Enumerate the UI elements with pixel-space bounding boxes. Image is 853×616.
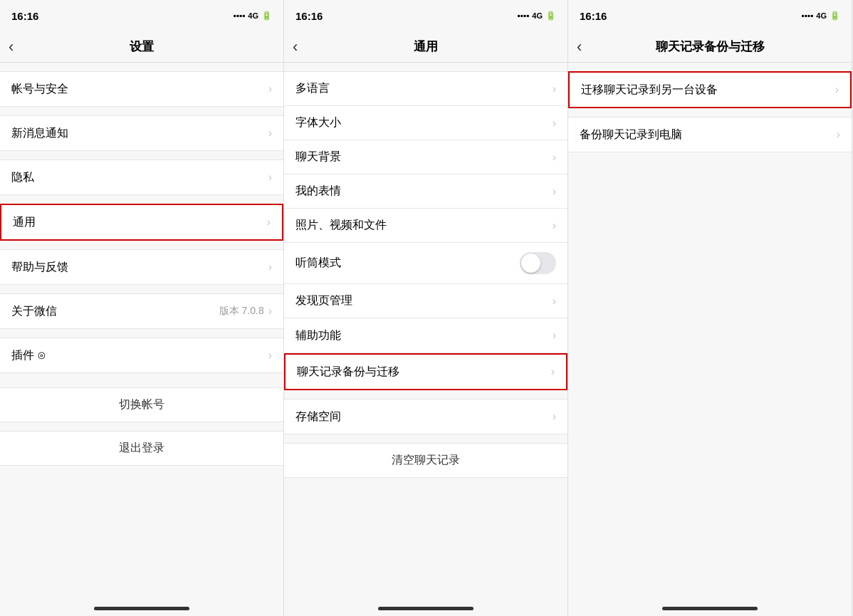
label-earpiece: 听筒模式 [295, 256, 341, 271]
list-item-notification[interactable]: 新消息通知 › [0, 116, 283, 150]
time-2: 16:16 [295, 10, 323, 22]
back-button-2[interactable]: ‹ [293, 38, 298, 56]
list-item-account[interactable]: 帐号与安全 › [0, 72, 283, 106]
chevron-chatbg: › [553, 151, 556, 164]
label-accessibility: 辅助功能 [295, 328, 341, 343]
logout-label: 退出登录 [119, 441, 164, 456]
nav-bar-3: ‹ 聊天记录备份与迁移 [568, 31, 852, 63]
label-chatbg: 聊天背景 [295, 150, 341, 165]
label-about: 关于微信 [11, 304, 57, 319]
list-item-help[interactable]: 帮助与反馈 › [0, 250, 283, 284]
status-bar-2: 16:16 ▪▪▪▪ 4G 🔋 [284, 0, 567, 31]
nav-title-1: 设置 [130, 38, 154, 55]
section-storage: 存储空间 › [284, 399, 567, 434]
chevron-help: › [268, 261, 272, 273]
status-icons-3: ▪▪▪▪ 4G 🔋 [801, 11, 840, 21]
label-help: 帮助与反馈 [11, 260, 68, 275]
panel-backup: 16:16 ▪▪▪▪ 4G 🔋 ‹ 聊天记录备份与迁移 迁移聊天记录到另一台设备… [568, 0, 852, 616]
nav-title-2: 通用 [414, 38, 438, 55]
label-account: 帐号与安全 [11, 82, 68, 97]
list-item-earpiece[interactable]: 听筒模式 [284, 243, 567, 284]
chevron-emoji: › [553, 185, 556, 198]
label-emoji: 我的表情 [295, 184, 341, 199]
list-item-language[interactable]: 多语言 › [284, 72, 567, 106]
label-migrate: 迁移聊天记录到另一台设备 [581, 83, 718, 98]
label-discover: 发现页管理 [295, 293, 352, 308]
section-privacy: 隐私 › [0, 160, 283, 195]
chevron-migrate: › [835, 83, 839, 96]
chevron-pc-backup: › [837, 128, 840, 141]
battery-icon-3: 🔋 [830, 11, 840, 21]
chevron-plugin: › [268, 349, 272, 362]
list-item-migrate[interactable]: 迁移聊天记录到另一台设备 › [570, 73, 850, 107]
list-item-storage[interactable]: 存储空间 › [284, 400, 567, 434]
general-list: 多语言 › 字体大小 › 聊天背景 › 我的表情 › 照片、视频和文件 › 听筒… [284, 71, 567, 353]
time-3: 16:16 [580, 10, 607, 22]
panel-general: 16:16 ▪▪▪▪ 4G 🔋 ‹ 通用 多语言 › 字体大小 › 聊天背景 ›… [284, 0, 568, 616]
home-indicator-2 [378, 607, 473, 610]
list-item-pc-backup[interactable]: 备份聊天记录到电脑 › [568, 118, 852, 152]
section-plugin: 插件 ⊙ › [0, 338, 283, 373]
chevron-language: › [553, 83, 556, 95]
time-1: 16:16 [11, 10, 38, 22]
status-bar-3: 16:16 ▪▪▪▪ 4G 🔋 [568, 0, 852, 31]
battery-icon-1: 🔋 [261, 11, 272, 21]
chevron-media: › [553, 219, 556, 232]
section-pc-backup: 备份聊天记录到电脑 › [568, 117, 852, 152]
list-item-privacy[interactable]: 隐私 › [0, 160, 283, 194]
network-icon-2: 4G [532, 11, 543, 20]
switch-account-label: 切换帐号 [119, 397, 164, 412]
label-language: 多语言 [295, 81, 330, 96]
chevron-about: › [268, 305, 272, 318]
clear-chat-label: 清空聊天记录 [392, 453, 460, 468]
signal-icon-1: ▪▪▪▪ [233, 11, 245, 21]
list-item-media[interactable]: 照片、视频和文件 › [284, 209, 567, 243]
chevron-storage: › [553, 410, 556, 423]
list-item-chatbg[interactable]: 聊天背景 › [284, 140, 567, 174]
chevron-fontsize: › [553, 117, 556, 130]
section-about: 关于微信 版本 7.0.8 › [0, 293, 283, 329]
clear-chat-item[interactable]: 清空聊天记录 [284, 443, 567, 478]
nav-bar-1: ‹ 设置 [0, 31, 283, 63]
label-media: 照片、视频和文件 [295, 218, 387, 233]
network-icon-1: 4G [248, 11, 258, 20]
label-privacy: 隐私 [11, 170, 34, 185]
nav-title-3: 聊天记录备份与迁移 [656, 38, 765, 55]
earpiece-toggle[interactable] [520, 252, 556, 274]
section-notification: 新消息通知 › [0, 115, 283, 151]
chevron-backup: › [551, 365, 555, 378]
section-backup-highlighted: 聊天记录备份与迁移 › [284, 353, 567, 390]
label-fontsize: 字体大小 [295, 115, 341, 130]
panel-settings: 16:16 ▪▪▪▪ 4G 🔋 ‹ 设置 帐号与安全 › 新消息通知 › 隐私 … [0, 0, 284, 616]
chevron-privacy: › [268, 171, 272, 184]
list-item-accessibility[interactable]: 辅助功能 › [284, 318, 567, 353]
label-notification: 新消息通知 [11, 126, 68, 141]
logout-item[interactable]: 退出登录 [0, 431, 283, 466]
toggle-knob [521, 254, 540, 273]
label-backup: 聊天记录备份与迁移 [297, 365, 399, 380]
status-bar-1: 16:16 ▪▪▪▪ 4G 🔋 [0, 0, 283, 31]
home-indicator-3 [662, 607, 758, 610]
back-button-3[interactable]: ‹ [577, 38, 582, 56]
chevron-accessibility: › [553, 329, 556, 342]
list-item-discover[interactable]: 发现页管理 › [284, 284, 567, 318]
switch-account-item[interactable]: 切换帐号 [0, 387, 283, 422]
label-plugin: 插件 ⊙ [11, 348, 46, 363]
list-item-emoji[interactable]: 我的表情 › [284, 174, 567, 209]
list-item-general[interactable]: 通用 › [1, 205, 282, 239]
section-account: 帐号与安全 › [0, 71, 283, 107]
network-icon-3: 4G [816, 11, 827, 20]
label-storage: 存储空间 [295, 409, 341, 424]
list-item-plugin[interactable]: 插件 ⊙ › [0, 338, 283, 372]
signal-icon-3: ▪▪▪▪ [801, 11, 813, 21]
list-item-about[interactable]: 关于微信 版本 7.0.8 › [0, 294, 283, 328]
section-general: 通用 › [0, 204, 283, 241]
list-item-fontsize[interactable]: 字体大小 › [284, 106, 567, 140]
battery-icon-2: 🔋 [545, 11, 556, 21]
status-icons-1: ▪▪▪▪ 4G 🔋 [233, 11, 272, 21]
list-item-backup[interactable]: 聊天记录备份与迁移 › [286, 355, 566, 389]
back-button-1[interactable]: ‹ [9, 38, 14, 56]
chevron-general: › [267, 216, 271, 229]
status-icons-2: ▪▪▪▪ 4G 🔋 [517, 11, 556, 21]
version-text: 版本 7.0.8 [219, 305, 264, 318]
